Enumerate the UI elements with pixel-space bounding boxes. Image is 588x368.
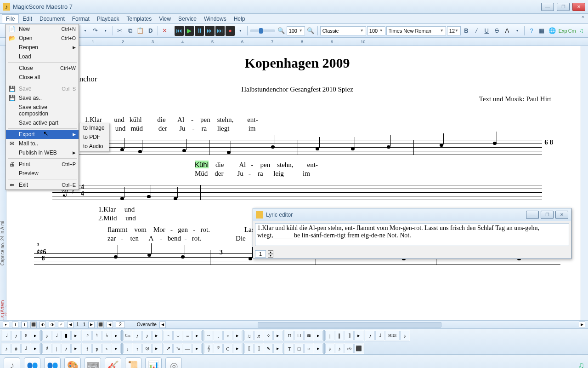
menu-item-exit[interactable]: ⬅ExitCtrl+E xyxy=(6,180,79,190)
bold-button[interactable]: B xyxy=(462,26,471,36)
zoom-in-button[interactable]: 🔍 xyxy=(306,26,315,36)
font-size-combo[interactable]: 12▼ xyxy=(447,26,461,35)
palette-btn[interactable]: ▸ xyxy=(31,344,40,353)
palette-btn[interactable]: ‖ xyxy=(335,331,344,340)
tool-guitar-button[interactable]: 🎸 xyxy=(105,357,121,368)
palette-btn[interactable]: ⊓ xyxy=(285,331,294,340)
palette-btn[interactable]: ⟧ xyxy=(254,344,263,353)
palette-btn[interactable]: T xyxy=(285,344,294,353)
menu-item-load[interactable]: Load xyxy=(6,52,79,61)
menu-help[interactable]: Help xyxy=(230,15,249,23)
lyric-textarea[interactable] xyxy=(255,223,569,246)
menu-item-close[interactable]: CloseCtrl+W xyxy=(6,63,79,73)
sb-btn-7[interactable]: ✓ xyxy=(58,322,64,328)
sb-prev-2[interactable]: ◀ xyxy=(107,322,113,328)
palette-btn[interactable]: # xyxy=(11,344,21,353)
lyric-editor-window[interactable]: Lyric editor — ☐ ✕ ▲▼ xyxy=(253,208,571,259)
palette-btn[interactable]: > xyxy=(223,331,232,340)
palette-btn[interactable]: ♬ xyxy=(254,331,263,340)
palette-btn[interactable]: ⬛ xyxy=(354,344,363,353)
palette-btn[interactable]: ♭ xyxy=(102,331,111,340)
palette-btn[interactable]: ○ xyxy=(304,344,313,353)
horizontal-scrollbar[interactable]: ◀ ▶ xyxy=(159,321,585,328)
palette-btn[interactable]: f xyxy=(83,344,92,353)
menu-item-new[interactable]: 📄NewCtrl+N xyxy=(6,24,79,34)
menu-item-preview[interactable]: Preview xyxy=(6,169,79,178)
globe-button[interactable]: 🌐 xyxy=(547,26,556,36)
palette-btn[interactable]: ≋ xyxy=(304,331,313,340)
palette-btn[interactable]: ♪ xyxy=(400,331,409,340)
menu-playback[interactable]: Playback xyxy=(93,15,123,23)
staff-1[interactable]: 1 𝄞 ♯♯♯ 44 6 8 xyxy=(52,136,542,157)
redo-button[interactable]: ↷ xyxy=(91,26,100,36)
menu-item-print[interactable]: 🖨PrintCtrl+P xyxy=(6,160,79,169)
palette-btn[interactable]: | xyxy=(325,331,334,340)
palette-btn[interactable]: ∿ xyxy=(264,344,273,353)
menu-format[interactable]: Format xyxy=(68,15,93,23)
playback-start-button[interactable]: ⏮ xyxy=(175,26,184,36)
menu-templates[interactable]: Templates xyxy=(123,15,155,23)
palette-btn[interactable]: 𝄐 xyxy=(204,331,213,340)
palette-btn[interactable]: ▸ xyxy=(71,344,80,353)
close-button[interactable]: ✕ xyxy=(572,3,585,11)
palette-btn[interactable]: ♪ xyxy=(366,331,375,340)
resize-grip-icon[interactable]: ♫ xyxy=(578,361,585,368)
menu-item-mail-to[interactable]: ✉Mail to.. xyxy=(6,139,79,148)
palette-btn[interactable]: ♯ xyxy=(42,344,51,353)
minimize-button[interactable]: — xyxy=(541,3,554,11)
palette-btn[interactable]: ▸ xyxy=(112,331,121,340)
d-button[interactable]: D xyxy=(146,26,155,36)
palette-btn[interactable]: ▸ xyxy=(354,331,363,340)
note-icon-button[interactable]: ♫ xyxy=(577,26,586,36)
grid-button[interactable]: ▦ xyxy=(537,26,546,36)
playback-dd-button[interactable]: ▼ xyxy=(236,26,245,36)
sb-btn-4[interactable]: ⬛ xyxy=(30,322,37,328)
sb-btn-6[interactable]: ◑ xyxy=(49,322,55,328)
tool-3-button[interactable]: 👥 xyxy=(44,357,61,368)
palette-btn[interactable]: ▸ xyxy=(112,344,121,353)
palette-btn[interactable]: ▸ xyxy=(152,344,161,353)
sb-field[interactable] xyxy=(116,322,125,328)
palette-btn[interactable]: ♪ xyxy=(133,331,142,340)
menu-item-save-active-part[interactable]: Save active part xyxy=(6,118,79,127)
menu-edit[interactable]: Edit xyxy=(19,15,36,23)
sb-btn-5[interactable]: ◐ xyxy=(40,322,46,328)
palette-btn[interactable]: 8 xyxy=(21,331,30,340)
sb-btn-3[interactable]: ⫶ xyxy=(21,322,28,328)
menu-windows[interactable]: Windows xyxy=(200,15,230,23)
palette-btn[interactable]: | xyxy=(52,344,61,353)
strike-button[interactable]: S xyxy=(492,26,501,36)
record-button[interactable]: ● xyxy=(226,26,235,36)
submenu-to-audio[interactable]: to Audio xyxy=(79,142,109,151)
doc-tab-1[interactable]: Caprice no. 24 in A mi xyxy=(0,221,5,265)
palette-btn[interactable]: ♪ xyxy=(2,344,11,353)
lyric-min-button[interactable]: — xyxy=(526,211,539,219)
lyric-line-spinner[interactable]: ▲▼ xyxy=(268,250,273,258)
palette-btn[interactable]: ▸ xyxy=(273,331,283,340)
palette-btn[interactable]: ♯ xyxy=(83,331,92,340)
palette-btn[interactable]: ▮ xyxy=(62,331,71,340)
cm-button[interactable]: Cm xyxy=(568,26,576,36)
tool-keyboard-button[interactable]: ⌨ xyxy=(85,357,101,368)
italic-button[interactable]: / xyxy=(472,26,481,36)
palette-btn[interactable]: ≡ xyxy=(183,331,192,340)
size-combo[interactable]: 100▼ xyxy=(367,26,385,35)
sb-btn-10[interactable]: ⬛ xyxy=(97,322,104,328)
palette-btn[interactable]: ♪ xyxy=(62,344,71,353)
palette-btn[interactable]: a-b xyxy=(345,344,354,353)
palette-btn[interactable]: ▸ xyxy=(233,344,242,353)
palette-btn[interactable]: — xyxy=(183,344,192,353)
palette-midi-btn[interactable]: MIDI xyxy=(385,331,400,340)
menu-item-save-as[interactable]: 💾Save as.. xyxy=(6,93,79,103)
play-button[interactable]: ▶ xyxy=(185,26,194,36)
palette-btn[interactable]: ↗ xyxy=(164,344,173,353)
lyric-line-input[interactable] xyxy=(255,250,266,258)
palette-btn[interactable]: ♮ xyxy=(92,331,102,340)
palette-btn[interactable]: Cm xyxy=(123,331,132,340)
palette-btn[interactable]: ⁘ xyxy=(264,331,273,340)
playback-end-button[interactable]: ⏭ xyxy=(215,26,225,36)
palette-btn[interactable]: ▸ xyxy=(192,331,202,340)
palette-btn[interactable]: ♪ xyxy=(325,344,334,353)
menu-item-publish-web[interactable]: Publish in WEB▶ xyxy=(6,148,79,157)
menu-caret-icon[interactable]: ⌃ xyxy=(581,15,585,22)
